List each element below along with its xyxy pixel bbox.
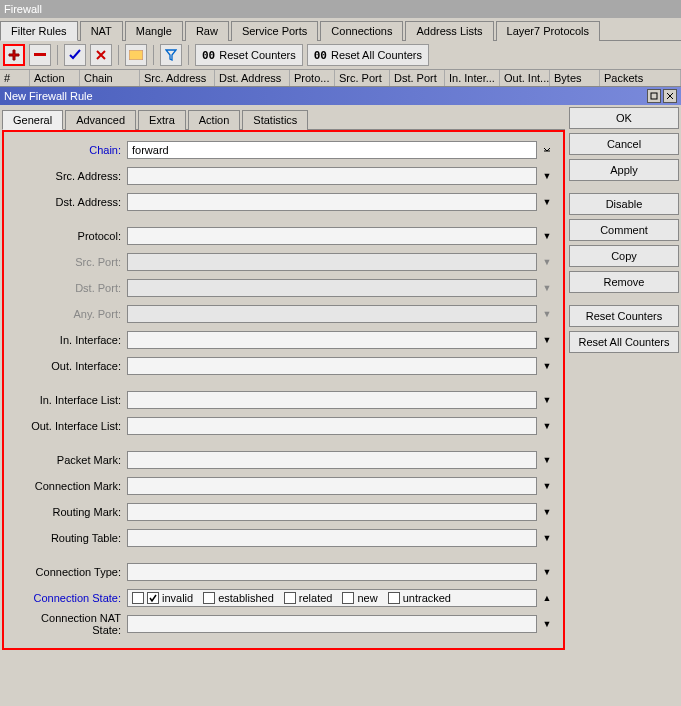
tab-raw[interactable]: Raw	[185, 21, 229, 41]
reset-all-counters-label: Reset All Counters	[331, 49, 422, 61]
in-interface-list-toggle[interactable]: ▼	[539, 391, 555, 409]
copy-button[interactable]: Copy	[569, 245, 679, 267]
toolbar-separator	[57, 45, 58, 65]
out-interface-toggle[interactable]: ▼	[539, 357, 555, 375]
protocol-toggle[interactable]: ▼	[539, 227, 555, 245]
packet-mark-input[interactable]	[127, 451, 537, 469]
dtab-statistics[interactable]: Statistics	[242, 110, 308, 130]
reset-counters-button[interactable]: Reset Counters	[569, 305, 679, 327]
dst-address-label: Dst. Address:	[12, 196, 127, 208]
chain-input[interactable]	[127, 141, 537, 159]
filter-button[interactable]	[160, 44, 182, 66]
col-chain[interactable]: Chain	[80, 70, 140, 86]
col-src-address[interactable]: Src. Address	[140, 70, 215, 86]
connection-nat-state-input[interactable]	[127, 615, 537, 633]
tab-connections[interactable]: Connections	[320, 21, 403, 41]
disable-button[interactable]	[90, 44, 112, 66]
counter-icon: 00	[202, 49, 215, 62]
new-checkbox[interactable]	[342, 592, 354, 604]
col-bytes[interactable]: Bytes	[550, 70, 600, 86]
ok-button[interactable]: OK	[569, 107, 679, 129]
related-checkbox[interactable]	[284, 592, 296, 604]
connection-type-input[interactable]	[127, 563, 537, 581]
out-interface-list-toggle[interactable]: ▼	[539, 417, 555, 435]
out-interface-list-label: Out. Interface List:	[12, 420, 127, 432]
connection-nat-state-toggle[interactable]: ▼	[539, 615, 555, 633]
col-dst-address[interactable]: Dst. Address	[215, 70, 290, 86]
col-src-port[interactable]: Src. Port	[335, 70, 390, 86]
routing-table-input[interactable]	[127, 529, 537, 547]
routing-mark-input[interactable]	[127, 503, 537, 521]
dialog-side-buttons: OK Cancel Apply Disable Comment Copy Rem…	[569, 107, 679, 650]
dialog-title: New Firewall Rule	[4, 90, 93, 102]
new-label: new	[357, 592, 377, 604]
connection-mark-toggle[interactable]: ▼	[539, 477, 555, 495]
dst-address-input[interactable]	[127, 193, 537, 211]
related-label: related	[299, 592, 333, 604]
cancel-button[interactable]: Cancel	[569, 133, 679, 155]
dtab-action[interactable]: Action	[188, 110, 241, 130]
routing-table-label: Routing Table:	[12, 532, 127, 544]
connection-mark-input[interactable]	[127, 477, 537, 495]
col-dst-port[interactable]: Dst. Port	[390, 70, 445, 86]
reset-all-counters-button[interactable]: 00 Reset All Counters	[307, 44, 429, 66]
invalid-checkbox[interactable]	[147, 592, 159, 604]
col-in-int[interactable]: In. Inter...	[445, 70, 500, 86]
dtab-extra[interactable]: Extra	[138, 110, 186, 130]
dtab-general[interactable]: General	[2, 110, 63, 130]
toolbar-separator	[153, 45, 154, 65]
enable-button[interactable]	[64, 44, 86, 66]
comment-button[interactable]	[125, 44, 147, 66]
restore-icon	[650, 92, 658, 100]
packet-mark-toggle[interactable]: ▼	[539, 451, 555, 469]
reset-all-counters-button[interactable]: Reset All Counters	[569, 331, 679, 353]
in-interface-list-input[interactable]	[127, 391, 537, 409]
invalid-label: invalid	[162, 592, 193, 604]
invalid-neg-checkbox[interactable]	[132, 592, 144, 604]
src-address-input[interactable]	[127, 167, 537, 185]
reset-counters-button[interactable]: 00 Reset Counters	[195, 44, 303, 66]
check-icon	[149, 594, 158, 603]
out-interface-list-input[interactable]	[127, 417, 537, 435]
src-address-toggle[interactable]: ▼	[539, 167, 555, 185]
tab-address-lists[interactable]: Address Lists	[405, 21, 493, 41]
connection-type-toggle[interactable]: ▼	[539, 563, 555, 581]
in-interface-input[interactable]	[127, 331, 537, 349]
remove-button[interactable]	[29, 44, 51, 66]
col-action[interactable]: Action	[30, 70, 80, 86]
remove-button[interactable]: Remove	[569, 271, 679, 293]
untracked-checkbox[interactable]	[388, 592, 400, 604]
comment-button[interactable]: Comment	[569, 219, 679, 241]
established-checkbox[interactable]	[203, 592, 215, 604]
tab-filter-rules[interactable]: Filter Rules	[0, 21, 78, 41]
apply-button[interactable]: Apply	[569, 159, 679, 181]
protocol-input[interactable]	[127, 227, 537, 245]
plus-icon	[8, 49, 20, 61]
dst-address-toggle[interactable]: ▼	[539, 193, 555, 211]
in-interface-toggle[interactable]: ▼	[539, 331, 555, 349]
col-out-int[interactable]: Out. Int...	[500, 70, 550, 86]
src-address-label: Src. Address:	[12, 170, 127, 182]
form-area: Chain: Src. Address: ▼ Dst. Address: ▼ P…	[2, 130, 565, 650]
routing-table-toggle[interactable]: ▼	[539, 529, 555, 547]
col-proto[interactable]: Proto...	[290, 70, 335, 86]
dtab-advanced[interactable]: Advanced	[65, 110, 136, 130]
col-num[interactable]: #	[0, 70, 30, 86]
chain-dropdown[interactable]	[539, 141, 555, 159]
col-packets[interactable]: Packets	[600, 70, 681, 86]
connection-state-toggle[interactable]: ▲	[539, 589, 555, 607]
tab-service-ports[interactable]: Service Ports	[231, 21, 318, 41]
tab-layer7[interactable]: Layer7 Protocols	[496, 21, 601, 41]
routing-mark-toggle[interactable]: ▼	[539, 503, 555, 521]
dialog-minimize-button[interactable]	[647, 89, 661, 103]
add-button[interactable]	[3, 44, 25, 66]
out-interface-input[interactable]	[127, 357, 537, 375]
window-title: Firewall	[4, 3, 42, 15]
dialog-close-button[interactable]	[663, 89, 677, 103]
check-icon	[69, 49, 81, 61]
tab-mangle[interactable]: Mangle	[125, 21, 183, 41]
close-icon	[666, 92, 674, 100]
protocol-label: Protocol:	[12, 230, 127, 242]
tab-nat[interactable]: NAT	[80, 21, 123, 41]
disable-button[interactable]: Disable	[569, 193, 679, 215]
